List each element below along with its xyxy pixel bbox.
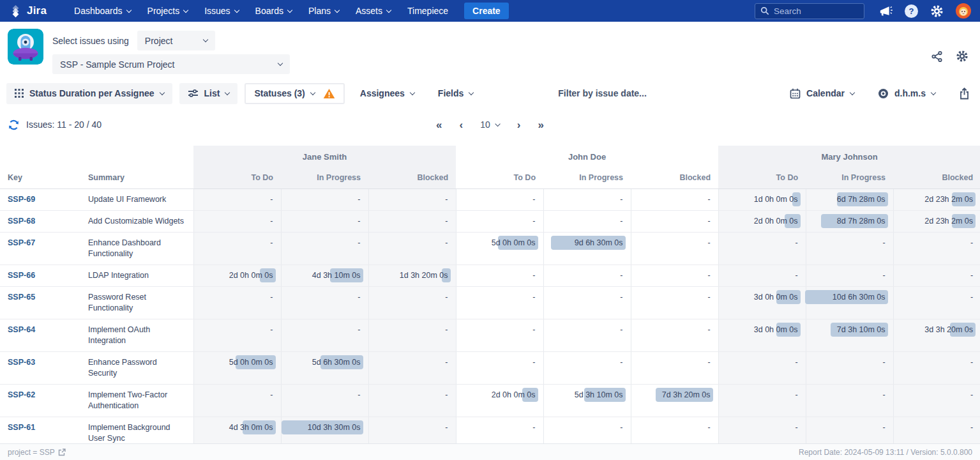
duration-value: 5d 0h 0m 0s bbox=[229, 358, 273, 367]
nav-item-boards[interactable]: Boards bbox=[247, 0, 300, 22]
assignee-group-header: John Doe bbox=[456, 146, 718, 167]
project-dropdown[interactable]: SSP - Sample Scrum Project bbox=[52, 54, 290, 74]
duration-cell: - bbox=[806, 384, 893, 417]
status-column-header: To Do bbox=[456, 167, 543, 188]
issues-count-label: Issues: 11 - 20 / 40 bbox=[26, 119, 102, 130]
jira-logo-icon bbox=[9, 4, 22, 18]
duration-value: 2d 23h 2m 0s bbox=[924, 195, 973, 204]
nav-item-dashboards[interactable]: Dashboards bbox=[66, 0, 139, 22]
duration-cell: - bbox=[893, 264, 980, 286]
last-page-button[interactable]: » bbox=[538, 119, 543, 130]
issue-source-dropdown[interactable]: Project bbox=[137, 31, 215, 50]
report-toolbar: Status Duration per Assignee List Status… bbox=[0, 80, 980, 106]
eye-icon bbox=[878, 88, 889, 99]
search-input[interactable] bbox=[774, 6, 850, 16]
view-dropdown[interactable]: List bbox=[179, 83, 238, 104]
duration-value: 7d 3h 10m 0s bbox=[837, 325, 886, 334]
duration-cell: - bbox=[543, 286, 631, 319]
export-icon[interactable] bbox=[959, 88, 970, 100]
duration-value: 2d 0h 0m 0s bbox=[754, 217, 798, 226]
duration-empty: - bbox=[795, 423, 797, 432]
issue-key-link[interactable]: SSP-67 bbox=[8, 238, 35, 247]
duration-empty: - bbox=[795, 358, 797, 367]
duration-cell: 2d 23h 2m 0s bbox=[893, 188, 980, 210]
table-row: SSP-69Update UI Framework------1d 0h 0m … bbox=[0, 188, 980, 210]
nav-search-box[interactable] bbox=[755, 3, 864, 19]
duration-empty: - bbox=[707, 195, 710, 204]
fields-dropdown[interactable]: Fields bbox=[430, 83, 481, 104]
duration-value: 5d 0h 0m 0s bbox=[492, 238, 536, 247]
summary-cell: Implement OAuth Integration bbox=[86, 319, 193, 351]
nav-item-timepiece[interactable]: Timepiece bbox=[399, 0, 456, 22]
chevron-down-icon bbox=[183, 7, 188, 12]
key-cell: SSP-62 bbox=[0, 384, 86, 417]
refresh-icon[interactable] bbox=[8, 119, 20, 131]
time-format-dropdown[interactable]: d.h.m.s bbox=[870, 83, 944, 104]
duration-value: 10d 3h 30m 0s bbox=[308, 423, 361, 432]
duration-cell: 3d 0h 0m 0s bbox=[718, 286, 806, 319]
duration-empty: - bbox=[445, 325, 448, 334]
calendar-icon bbox=[790, 88, 801, 99]
duration-empty: - bbox=[707, 358, 710, 367]
issue-key-link[interactable]: SSP-65 bbox=[8, 293, 35, 302]
duration-empty: - bbox=[620, 423, 622, 432]
issue-key-link[interactable]: SSP-61 bbox=[8, 423, 35, 432]
create-button[interactable]: Create bbox=[464, 3, 509, 19]
duration-cell: - bbox=[543, 210, 631, 232]
table-row: SSP-68Add Customizable Widgets------2d 0… bbox=[0, 210, 980, 232]
chevron-down-icon bbox=[310, 89, 315, 95]
duration-empty: - bbox=[358, 325, 360, 334]
nav-item-issues[interactable]: Issues bbox=[196, 0, 246, 22]
status-column-header: To Do bbox=[193, 167, 281, 188]
timepiece-app-icon bbox=[8, 29, 43, 65]
nav-item-plans[interactable]: Plans bbox=[300, 0, 347, 22]
issue-key-link[interactable]: SSP-69 bbox=[8, 195, 35, 204]
duration-cell: 2d 0h 0m 0s bbox=[193, 264, 281, 286]
duration-cell: 2d 23h 2m 0s bbox=[893, 210, 980, 232]
status-duration-table: Jane SmithJohn DoeMary JohnsonKeySummary… bbox=[0, 146, 980, 460]
duration-cell: 5d 3h 10m 0s bbox=[543, 384, 631, 417]
duration-value: 4d 3h 10m 0s bbox=[312, 271, 361, 280]
duration-cell: - bbox=[893, 286, 980, 319]
duration-value: 4d 3h 0m 0s bbox=[229, 423, 273, 432]
duration-empty: - bbox=[707, 423, 710, 432]
announcements-megaphone-icon[interactable] bbox=[878, 4, 893, 17]
assignees-dropdown[interactable]: Assignees bbox=[352, 83, 423, 104]
page-size-dropdown[interactable]: 10 bbox=[480, 119, 500, 130]
issue-key-link[interactable]: SSP-66 bbox=[8, 271, 35, 280]
share-icon[interactable] bbox=[931, 50, 943, 63]
duration-empty: - bbox=[445, 390, 448, 399]
duration-empty: - bbox=[270, 325, 273, 334]
issue-date-filter-input[interactable] bbox=[558, 88, 692, 98]
duration-cell: 3d 0h 0m 0s bbox=[718, 319, 806, 351]
sliders-icon bbox=[188, 89, 199, 98]
next-page-button[interactable]: › bbox=[517, 119, 521, 130]
duration-cell: 7d 3h 20m 0s bbox=[631, 384, 718, 417]
statuses-label: Statuses (3) bbox=[254, 88, 305, 98]
issue-key-link[interactable]: SSP-64 bbox=[8, 325, 35, 334]
nav-item-projects[interactable]: Projects bbox=[139, 0, 197, 22]
calendar-dropdown[interactable]: Calendar bbox=[781, 83, 863, 104]
project-value: SSP - Sample Scrum Project bbox=[60, 59, 174, 70]
chevron-down-icon bbox=[386, 7, 391, 12]
settings-gear-icon[interactable] bbox=[930, 4, 944, 18]
issue-key-link[interactable]: SSP-62 bbox=[8, 390, 35, 399]
duration-cell: 6d 7h 28m 0s bbox=[806, 188, 893, 210]
help-icon[interactable]: ? bbox=[905, 4, 918, 18]
group-header-corner bbox=[0, 146, 193, 167]
search-icon bbox=[760, 6, 769, 15]
first-page-button[interactable]: « bbox=[436, 119, 442, 130]
issue-key-link[interactable]: SSP-68 bbox=[8, 217, 35, 226]
report-settings-gear-icon[interactable] bbox=[956, 50, 969, 63]
report-type-dropdown[interactable]: Status Duration per Assignee bbox=[6, 83, 172, 104]
prev-page-button[interactable]: ‹ bbox=[460, 119, 464, 130]
duration-empty: - bbox=[970, 293, 973, 302]
jira-brand[interactable]: Jira bbox=[9, 4, 47, 18]
nav-item-assets[interactable]: Assets bbox=[347, 0, 399, 22]
statuses-dropdown[interactable]: Statuses (3) bbox=[245, 83, 344, 104]
issue-key-link[interactable]: SSP-63 bbox=[8, 358, 35, 367]
chevron-down-icon bbox=[159, 89, 164, 95]
external-link-icon[interactable] bbox=[58, 448, 66, 456]
summary-cell: Add Customizable Widgets bbox=[86, 210, 193, 232]
user-avatar[interactable] bbox=[956, 3, 971, 19]
